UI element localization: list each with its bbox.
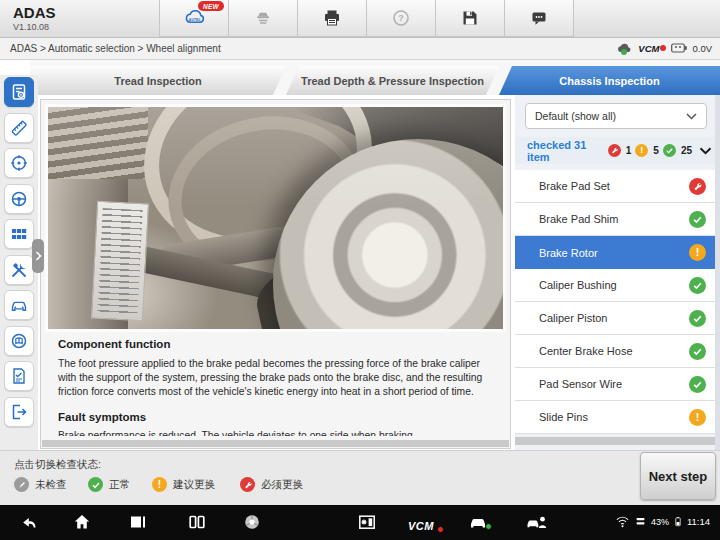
- normal-badge-icon: [663, 144, 676, 157]
- driver-info-button[interactable]: [524, 512, 550, 532]
- status-normal-icon[interactable]: [689, 277, 706, 294]
- collapse-chevron-icon[interactable]: [699, 147, 712, 155]
- steering-wheel-icon: [9, 189, 29, 209]
- item-label: Pad Sensor Wire: [539, 378, 622, 390]
- sidebar-item-wheel-alignment[interactable]: [4, 148, 34, 178]
- sidebar-item-exit[interactable]: [4, 397, 34, 427]
- status-normal-icon[interactable]: [689, 376, 706, 393]
- messages-button[interactable]: [504, 0, 574, 37]
- checked-summary-row[interactable]: checked 31 item 1 ! 5 25: [515, 137, 720, 164]
- status-normal-icon[interactable]: [689, 211, 706, 228]
- sidebar-item-inspection-report[interactable]: [4, 77, 34, 107]
- sidebar-item-manual-book[interactable]: [4, 326, 34, 356]
- tab-chassis-inspection[interactable]: Chassis Inspection: [499, 66, 720, 95]
- document-icon: [9, 366, 29, 386]
- status-must-replace-icon: [240, 477, 255, 492]
- status-count-badges: 1 ! 5 25: [608, 144, 712, 157]
- status-normal-icon[interactable]: [689, 343, 706, 360]
- split-screen-button[interactable]: [187, 512, 207, 532]
- recent-apps-button[interactable]: [128, 512, 148, 532]
- tab-strip: Tread Inspection Tread Depth & Pressure …: [30, 60, 720, 95]
- svg-text:AUTEL: AUTEL: [188, 18, 201, 22]
- status-normal-icon[interactable]: [689, 310, 706, 327]
- status-recommended-icon[interactable]: !: [689, 409, 706, 426]
- sidebar-item-vehicle[interactable]: [4, 290, 34, 320]
- list-item-brake-rotor[interactable]: Brake Rotor !: [515, 236, 720, 269]
- component-description: Component function The foot pressure app…: [58, 338, 496, 436]
- component-photo: [45, 104, 506, 332]
- wheel-target-icon: [9, 153, 29, 173]
- table-icon: [9, 224, 29, 244]
- sidebar-item-data-table[interactable]: [4, 219, 34, 249]
- component-detail-panel: Component function The foot pressure app…: [40, 99, 511, 449]
- tab-tread-depth-pressure[interactable]: Tread Depth & Pressure Inspection: [286, 66, 499, 95]
- filter-selected-value: Default (show all): [535, 110, 616, 122]
- voltage-value: 0.0V: [692, 43, 712, 54]
- legend-label: 建议更换: [173, 478, 215, 492]
- list-item-brake-pad-set[interactable]: Brake Pad Set: [515, 170, 720, 203]
- legend-item-recommended: ! 建议更换: [152, 477, 215, 492]
- chat-icon: [529, 8, 549, 28]
- vehicle-connection-button[interactable]: [466, 512, 492, 532]
- battery-icon: [673, 514, 683, 529]
- photo-haze-overlay: [48, 107, 503, 329]
- status-must-replace-icon[interactable]: [689, 178, 706, 195]
- connection-status: VCM 0.0V: [616, 41, 712, 55]
- browser-button[interactable]: [242, 512, 262, 532]
- system-nav-bar: VCM 43%: [0, 505, 720, 540]
- vehicle-lift-icon: [252, 8, 274, 28]
- component-function-title: Component function: [58, 338, 496, 350]
- list-item-pad-sensor-wire[interactable]: Pad Sensor Wire: [515, 368, 720, 401]
- checked-summary-label: checked 31 item: [527, 139, 608, 163]
- list-item-brake-pad-shim[interactable]: Brake Pad Shim: [515, 203, 720, 236]
- save-button[interactable]: [435, 0, 505, 37]
- horizontal-scrollbar[interactable]: [42, 440, 509, 447]
- car-person-icon: [525, 512, 549, 532]
- vehicle-connected-dot: [485, 523, 492, 530]
- sidebar-item-measure-ruler[interactable]: [4, 113, 34, 143]
- sidebar-item-tools[interactable]: [4, 255, 34, 285]
- filter-dropdown[interactable]: Default (show all): [525, 103, 707, 129]
- fault-symptoms-title: Fault symptoms: [58, 411, 496, 423]
- item-label: Slide Pins: [539, 411, 588, 423]
- item-label: Caliper Bushing: [539, 279, 617, 291]
- vehicle-lift-button[interactable]: [228, 0, 298, 37]
- status-recommended-icon[interactable]: !: [689, 244, 706, 261]
- list-item-caliper-piston[interactable]: Caliper Piston: [515, 302, 720, 335]
- legend-item-normal: 正常: [88, 477, 130, 492]
- tab-tread-inspection[interactable]: Tread Inspection: [30, 66, 286, 95]
- list-item-slide-pins[interactable]: Slide Pins !: [515, 401, 720, 434]
- vertical-scrollbar[interactable]: [715, 95, 720, 460]
- home-icon: [72, 512, 92, 532]
- tab-label: Chassis Inspection: [559, 75, 659, 87]
- legend-label: 正常: [109, 478, 130, 492]
- screenshot-icon: [357, 512, 377, 532]
- screenshot-button[interactable]: [357, 512, 377, 532]
- tab-label: Tread Inspection: [114, 75, 201, 87]
- vci-label: VCM: [638, 43, 659, 54]
- status-normal-icon: [88, 477, 103, 492]
- component-function-text: The foot pressure applied to the brake p…: [58, 357, 496, 400]
- back-button[interactable]: [20, 512, 40, 532]
- horizontal-scrollbar[interactable]: [515, 437, 720, 445]
- manual-icon: [9, 331, 29, 351]
- item-label: Caliper Piston: [539, 312, 607, 324]
- sidebar-item-steering-wheel[interactable]: [4, 184, 34, 214]
- split-screen-icon: [187, 512, 207, 532]
- vcm-status-button[interactable]: VCM: [408, 516, 442, 536]
- status-unchecked-icon: [14, 477, 29, 492]
- battery-percent: 43%: [651, 517, 669, 527]
- vcm-label: VCM: [408, 520, 434, 532]
- recommended-count: 5: [653, 145, 659, 156]
- sidebar-item-report-document[interactable]: [4, 361, 34, 391]
- home-button[interactable]: [72, 512, 92, 532]
- help-button[interactable]: ?: [366, 0, 436, 37]
- autel-cloud-button[interactable]: AUTEL NEW: [159, 0, 229, 37]
- help-icon: ?: [391, 8, 411, 28]
- app-title: ADAS: [13, 4, 56, 21]
- panel-collapse-handle[interactable]: [32, 239, 44, 273]
- next-step-button[interactable]: Next step: [640, 452, 716, 500]
- list-item-caliper-bushing[interactable]: Caliper Bushing: [515, 269, 720, 302]
- list-item-center-brake-hose[interactable]: Center Brake Hose: [515, 335, 720, 368]
- print-button[interactable]: [297, 0, 367, 37]
